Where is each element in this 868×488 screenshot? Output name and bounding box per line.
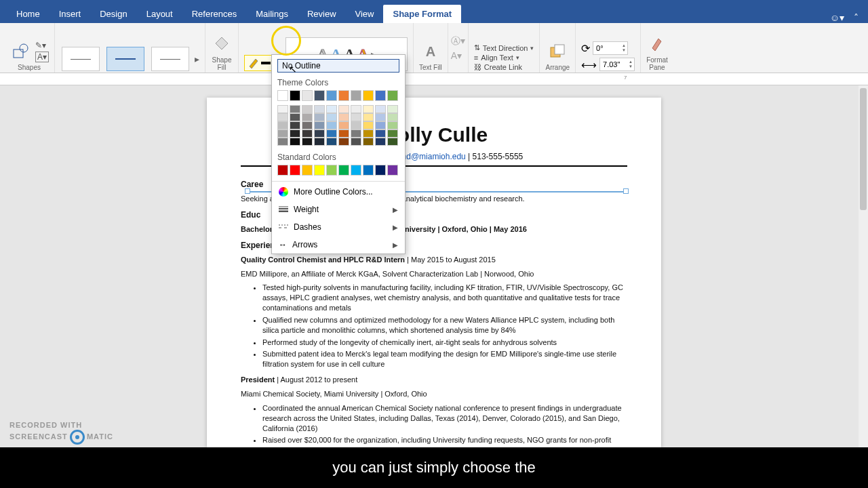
shape-style-1[interactable] — [62, 47, 100, 71]
color-swatch[interactable] — [363, 105, 374, 113]
color-swatch[interactable] — [314, 138, 325, 146]
collapse-ribbon-icon[interactable]: ˄ — [854, 12, 859, 23]
color-swatch[interactable] — [387, 165, 398, 176]
color-swatch[interactable] — [338, 113, 349, 121]
color-swatch[interactable] — [290, 113, 300, 121]
color-swatch[interactable] — [351, 165, 361, 176]
color-swatch[interactable] — [302, 105, 313, 113]
color-swatch[interactable] — [351, 121, 361, 129]
color-swatch[interactable] — [387, 105, 398, 113]
color-swatch[interactable] — [387, 90, 398, 101]
color-swatch[interactable] — [314, 165, 325, 176]
color-swatch[interactable] — [363, 90, 374, 101]
color-swatch[interactable] — [302, 165, 313, 176]
color-swatch[interactable] — [277, 129, 288, 138]
outline-arrows[interactable]: ↔ Arrows▶ — [272, 236, 405, 253]
color-swatch[interactable] — [387, 138, 398, 146]
arrange-button[interactable] — [547, 41, 568, 62]
color-swatch[interactable] — [277, 165, 288, 176]
color-swatch[interactable] — [375, 129, 386, 138]
color-swatch[interactable] — [326, 113, 337, 121]
color-swatch[interactable] — [326, 138, 337, 146]
vertical-scrollbar[interactable] — [859, 85, 868, 447]
color-swatch[interactable] — [351, 138, 361, 146]
tab-view[interactable]: View — [346, 5, 384, 23]
color-swatch[interactable] — [363, 121, 374, 129]
color-swatch[interactable] — [290, 138, 300, 146]
text-fill-button[interactable]: A — [420, 41, 441, 62]
color-swatch[interactable] — [290, 105, 300, 113]
color-swatch[interactable] — [302, 90, 313, 101]
no-outline-option[interactable]: No Outline — [277, 59, 399, 73]
color-swatch[interactable] — [326, 121, 337, 129]
color-swatch[interactable] — [290, 90, 300, 101]
text-box-icon[interactable]: A▾ — [35, 52, 49, 62]
color-swatch[interactable] — [326, 105, 337, 113]
shape-style-2[interactable] — [106, 47, 144, 71]
color-swatch[interactable] — [290, 129, 300, 138]
color-swatch[interactable] — [277, 138, 288, 146]
outline-weight[interactable]: Weight▶ — [272, 201, 405, 218]
text-outline-icon[interactable]: Ⓐ▾ — [451, 35, 465, 47]
color-swatch[interactable] — [338, 90, 349, 101]
outline-dashes[interactable]: Dashes▶ — [272, 218, 405, 236]
color-swatch[interactable] — [351, 105, 361, 113]
color-swatch[interactable] — [290, 121, 300, 129]
selection-handle-left[interactable] — [245, 188, 250, 194]
color-swatch[interactable] — [314, 113, 325, 121]
tab-design[interactable]: Design — [90, 5, 136, 23]
shapes-gallery-icon[interactable] — [9, 41, 31, 62]
color-swatch[interactable] — [363, 113, 374, 121]
color-swatch[interactable] — [314, 121, 325, 129]
color-swatch[interactable] — [277, 105, 288, 113]
color-swatch[interactable] — [326, 129, 337, 138]
width-input[interactable]: ▲▼ — [599, 58, 635, 71]
color-swatch[interactable] — [314, 90, 325, 101]
tab-shape-format[interactable]: Shape Format — [383, 5, 461, 23]
color-swatch[interactable] — [387, 129, 398, 138]
color-swatch[interactable] — [375, 138, 386, 146]
color-swatch[interactable] — [302, 138, 313, 146]
color-swatch[interactable] — [338, 165, 349, 176]
shape-fill-button[interactable] — [211, 33, 233, 55]
color-swatch[interactable] — [351, 90, 361, 101]
color-swatch[interactable] — [338, 138, 349, 146]
color-swatch[interactable] — [375, 90, 386, 101]
tab-references[interactable]: References — [182, 5, 246, 23]
color-swatch[interactable] — [375, 113, 386, 121]
color-swatch[interactable] — [338, 105, 349, 113]
color-swatch[interactable] — [302, 129, 313, 138]
color-swatch[interactable] — [338, 121, 349, 129]
tab-review[interactable]: Review — [298, 5, 346, 23]
color-swatch[interactable] — [290, 165, 300, 176]
color-swatch[interactable] — [375, 105, 386, 113]
color-swatch[interactable] — [375, 121, 386, 129]
more-outline-colors[interactable]: More Outline Colors... — [272, 183, 405, 201]
color-swatch[interactable] — [277, 90, 288, 101]
color-swatch[interactable] — [375, 165, 386, 176]
text-effects-icon[interactable]: A▾ — [451, 50, 465, 61]
color-swatch[interactable] — [363, 165, 374, 176]
color-swatch[interactable] — [314, 105, 325, 113]
tab-insert[interactable]: Insert — [50, 5, 91, 23]
color-swatch[interactable] — [302, 113, 313, 121]
shape-styles-more-icon[interactable]: ▸ — [195, 54, 199, 64]
align-text-button[interactable]: ≡Align Text▾ — [474, 54, 534, 62]
color-swatch[interactable] — [363, 138, 374, 146]
color-swatch[interactable] — [338, 129, 349, 138]
color-swatch[interactable] — [326, 165, 337, 176]
scrollbar-thumb[interactable] — [860, 88, 867, 210]
color-swatch[interactable] — [277, 113, 288, 121]
rotate-icon[interactable]: ⟳ — [581, 42, 590, 55]
color-swatch[interactable] — [351, 129, 361, 138]
color-swatch[interactable] — [387, 121, 398, 129]
color-swatch[interactable] — [314, 129, 325, 138]
color-swatch[interactable] — [387, 113, 398, 121]
color-swatch[interactable] — [326, 90, 337, 101]
rotation-input[interactable]: ▲▼ — [593, 41, 628, 55]
color-swatch[interactable] — [363, 129, 374, 138]
text-direction-button[interactable]: ⇅Text Direction▾ — [474, 43, 534, 52]
account-icon[interactable]: ☺▾ — [830, 12, 844, 23]
selection-handle-right[interactable] — [623, 188, 629, 194]
color-swatch[interactable] — [277, 121, 288, 129]
